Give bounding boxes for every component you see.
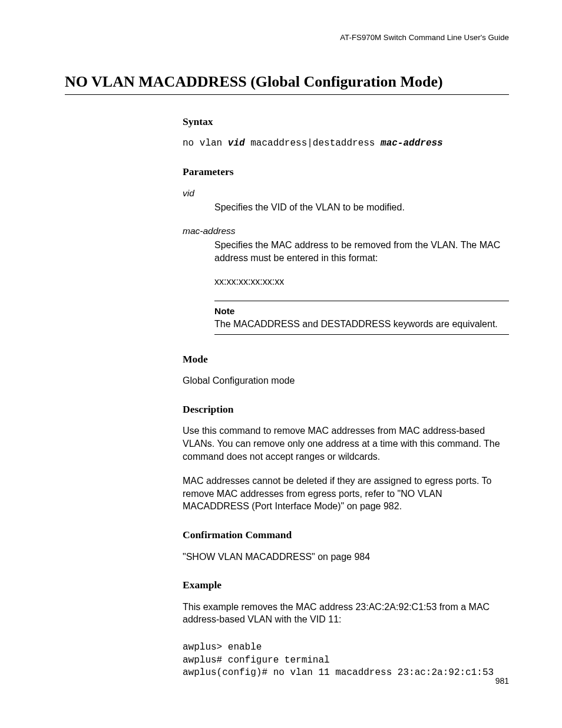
confirmation-text: "SHOW VLAN MACADDRESS" on page 984 xyxy=(183,551,509,564)
syntax-heading: Syntax xyxy=(183,115,509,129)
mode-heading: Mode xyxy=(183,353,509,367)
description-paragraph: Use this command to remove MAC addresses… xyxy=(183,424,509,463)
parameter-term: vid xyxy=(183,187,509,200)
page-title: NO VLAN MACADDRESS (Global Configuration… xyxy=(65,71,509,92)
confirmation-section: Confirmation Command "SHOW VLAN MACADDRE… xyxy=(183,528,509,563)
content-column: Syntax no vlan vid macaddress|destaddres… xyxy=(183,115,509,680)
example-code: awplus> enable awplus# configure termina… xyxy=(183,641,509,680)
document-page: AT-FS970M Switch Command Line User's Gui… xyxy=(0,0,562,728)
parameter-desc-line: xx:xx:xx:xx:xx:xx xyxy=(214,275,509,288)
description-heading: Description xyxy=(183,403,509,417)
syntax-literal: macaddress|destaddress xyxy=(245,138,381,149)
note-label: Note xyxy=(214,306,234,316)
page-number: 981 xyxy=(495,676,509,687)
syntax-literal: no vlan xyxy=(183,138,228,149)
running-header: AT-FS970M Switch Command Line User's Gui… xyxy=(65,32,509,43)
parameter-term: mac-address xyxy=(183,225,509,238)
confirmation-heading: Confirmation Command xyxy=(183,528,509,542)
parameter-item: vid Specifies the VID of the VLAN to be … xyxy=(183,187,509,214)
syntax-section: Syntax no vlan vid macaddress|destaddres… xyxy=(183,115,509,150)
parameter-desc: Specifies the MAC address to be removed … xyxy=(214,239,509,288)
parameters-section: Parameters vid Specifies the VID of the … xyxy=(183,165,509,334)
parameters-heading: Parameters xyxy=(183,165,509,179)
syntax-variable: vid xyxy=(228,138,245,149)
note-box: Note The MACADDRESS and DESTADDRESS keyw… xyxy=(214,301,509,335)
syntax-variable: mac-address xyxy=(381,138,443,149)
example-section: Example This example removes the MAC add… xyxy=(183,578,509,680)
parameter-desc: Specifies the VID of the VLAN to be modi… xyxy=(214,201,509,214)
example-heading: Example xyxy=(183,578,509,592)
mode-text: Global Configuration mode xyxy=(183,374,509,387)
title-rule xyxy=(65,94,509,95)
parameter-desc-line: Specifies the VID of the VLAN to be modi… xyxy=(214,201,509,214)
parameter-desc-line: Specifies the MAC address to be removed … xyxy=(214,239,509,264)
example-intro: This example removes the MAC address 23:… xyxy=(183,601,509,626)
mode-section: Mode Global Configuration mode xyxy=(183,353,509,387)
syntax-line: no vlan vid macaddress|destaddress mac-a… xyxy=(183,137,509,150)
description-section: Description Use this command to remove M… xyxy=(183,403,509,513)
note-text: The MACADDRESS and DESTADDRESS keywords … xyxy=(214,318,509,331)
description-paragraph: MAC addresses cannot be deleted if they … xyxy=(183,475,509,513)
parameter-item: mac-address Specifies the MAC address to… xyxy=(183,225,509,288)
